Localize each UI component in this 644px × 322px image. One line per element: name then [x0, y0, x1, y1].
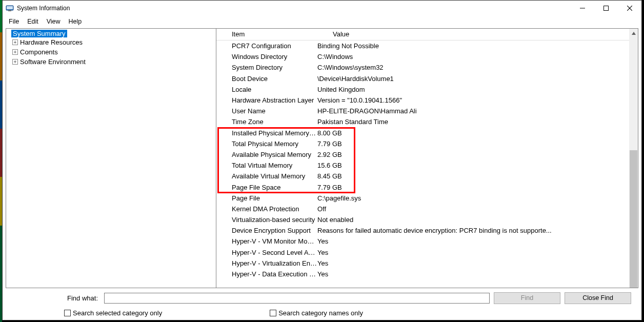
table-row[interactable]: Installed Physical Memory (RAM)8.00 GB	[216, 128, 638, 138]
content-area: System Summary + Hardware Resources + Co…	[6, 28, 638, 288]
table-row[interactable]: Total Virtual Memory15.6 GB	[216, 160, 638, 171]
details-pane: Item Value PCR7 ConfigurationBinding Not…	[216, 29, 638, 288]
find-label: Find what:	[13, 294, 100, 302]
table-row[interactable]: Available Virtual Memory8.45 GB	[216, 171, 638, 182]
table-row[interactable]: Total Physical Memory7.79 GB	[216, 138, 638, 149]
cell-value: Yes	[317, 249, 638, 256]
cell-item: Available Virtual Memory	[216, 172, 317, 180]
cell-item: Available Physical Memory	[216, 151, 317, 158]
tree-label: Hardware Resources	[20, 38, 83, 46]
vertical-scrollbar[interactable]	[629, 29, 638, 288]
find-input[interactable]	[104, 293, 490, 304]
cell-item: Boot Device	[216, 75, 317, 83]
cell-value: C:\Windows\system32	[317, 64, 638, 71]
svg-rect-4	[604, 6, 609, 11]
table-row[interactable]: Kernel DMA ProtectionOff	[216, 204, 638, 214]
cell-item: User Name	[216, 107, 317, 115]
menu-edit[interactable]: Edit	[23, 17, 43, 26]
cell-value: Reasons for failed automatic device encr…	[317, 227, 638, 234]
table-row[interactable]: Page File Space7.79 GB	[216, 182, 638, 192]
table-row[interactable]: Hyper-V - VM Monitor Mode E...Yes	[216, 236, 638, 247]
table-row[interactable]: Time ZonePakistan Standard Time	[216, 116, 638, 127]
expand-icon[interactable]: +	[12, 39, 18, 45]
app-icon	[6, 4, 14, 12]
window-title: System Information	[17, 5, 571, 12]
checkbox-search-category-names[interactable]: Search category names only	[270, 309, 363, 317]
table-row[interactable]: System DirectoryC:\Windows\system32	[216, 62, 638, 73]
close-find-button[interactable]: Close Find	[565, 292, 631, 304]
cell-item: Page File	[216, 194, 317, 202]
maximize-button[interactable]	[594, 1, 618, 16]
cell-value: United Kingdom	[317, 86, 638, 93]
table-row[interactable]: Hardware Abstraction LayerVersion = "10.…	[216, 95, 638, 106]
scroll-thumb[interactable]	[630, 150, 637, 288]
cell-value: Pakistan Standard Time	[317, 118, 638, 126]
cell-item: Locale	[216, 86, 317, 93]
menubar: File Edit View Help	[3, 16, 641, 27]
minimize-button[interactable]	[571, 1, 594, 16]
system-information-window: System Information File Edit View Help S…	[2, 0, 642, 320]
cell-value: C:\pagefile.sys	[317, 194, 638, 202]
scroll-up-icon[interactable]	[629, 29, 638, 37]
table-row[interactable]: Virtualization-based securityNot enabled	[216, 214, 638, 225]
table-row[interactable]: Windows DirectoryC:\Windows	[216, 51, 638, 62]
cell-item: System Directory	[216, 64, 317, 71]
tree-item-hardware-resources[interactable]: + Hardware Resources	[7, 37, 216, 47]
cell-item: Hyper-V - Virtualization Enable...	[216, 259, 317, 267]
cell-item: Virtualization-based security	[216, 216, 317, 224]
svg-rect-1	[7, 6, 13, 9]
menu-file[interactable]: File	[5, 17, 23, 26]
cell-value: 8.45 GB	[317, 172, 638, 180]
titlebar[interactable]: System Information	[3, 1, 641, 16]
tree-label: Software Environment	[20, 58, 86, 66]
details-rows: PCR7 ConfigurationBinding Not PossibleWi…	[216, 41, 638, 279]
cell-item: Page File Space	[216, 184, 317, 191]
table-row[interactable]: LocaleUnited Kingdom	[216, 84, 638, 95]
cell-item: Hyper-V - Second Level Addres...	[216, 249, 317, 256]
table-row[interactable]: Hyper-V - Virtualization Enable...Yes	[216, 258, 638, 269]
table-row[interactable]: Hyper-V - Data Execution Prote...Yes	[216, 269, 638, 279]
col-header-value[interactable]: Value	[317, 29, 638, 40]
cell-item: Total Virtual Memory	[216, 162, 317, 169]
cell-value: \Device\HarddiskVolume1	[317, 75, 638, 83]
checkbox-search-selected-category[interactable]: Search selected category only	[64, 309, 162, 317]
scroll-track[interactable]	[629, 37, 638, 279]
tree-item-components[interactable]: + Components	[7, 47, 216, 57]
menu-view[interactable]: View	[43, 17, 65, 26]
tree-root-system-summary[interactable]: System Summary	[11, 30, 67, 37]
table-row[interactable]: User NameHP-ELITE-DRAGON\Hammad Ali	[216, 106, 638, 116]
tree-item-software-environment[interactable]: + Software Environment	[7, 57, 216, 67]
table-row[interactable]: PCR7 ConfigurationBinding Not Possible	[216, 41, 638, 51]
cell-value: Not enabled	[317, 216, 638, 224]
tree-label: Components	[20, 48, 58, 56]
checkbox-icon[interactable]	[270, 310, 276, 316]
table-row[interactable]: Boot Device\Device\HarddiskVolume1	[216, 73, 638, 84]
table-row[interactable]: Hyper-V - Second Level Addres...Yes	[216, 247, 638, 258]
category-tree[interactable]: System Summary + Hardware Resources + Co…	[6, 29, 216, 288]
cell-value: 8.00 GB	[317, 129, 638, 137]
cell-item: PCR7 Configuration	[216, 42, 317, 50]
expand-icon[interactable]: +	[12, 49, 18, 55]
col-header-item[interactable]: Item	[216, 29, 317, 40]
find-button[interactable]: Find	[494, 292, 560, 304]
checkbox-label: Search category names only	[278, 309, 363, 317]
close-button[interactable]	[618, 1, 641, 16]
cell-item: Windows Directory	[216, 53, 317, 61]
cell-value: Binding Not Possible	[317, 42, 638, 50]
expand-icon[interactable]: +	[12, 59, 18, 65]
checkbox-label: Search selected category only	[73, 309, 162, 317]
cell-value: Yes	[317, 270, 638, 278]
cell-value: Yes	[317, 259, 638, 267]
cell-value: HP-ELITE-DRAGON\Hammad Ali	[317, 107, 638, 115]
cell-item: Kernel DMA Protection	[216, 205, 317, 213]
table-row[interactable]: Device Encryption SupportReasons for fai…	[216, 225, 638, 236]
cell-value: 7.79 GB	[317, 184, 638, 191]
checkbox-icon[interactable]	[64, 310, 71, 316]
menu-help[interactable]: Help	[65, 17, 86, 26]
table-row[interactable]: Page FileC:\pagefile.sys	[216, 193, 638, 204]
cell-value: Off	[317, 205, 638, 213]
table-row[interactable]: Available Physical Memory2.92 GB	[216, 149, 638, 160]
column-headers[interactable]: Item Value	[216, 29, 638, 41]
cell-value: 15.6 GB	[317, 162, 638, 169]
cell-value: Version = "10.0.19041.1566"	[317, 96, 638, 104]
